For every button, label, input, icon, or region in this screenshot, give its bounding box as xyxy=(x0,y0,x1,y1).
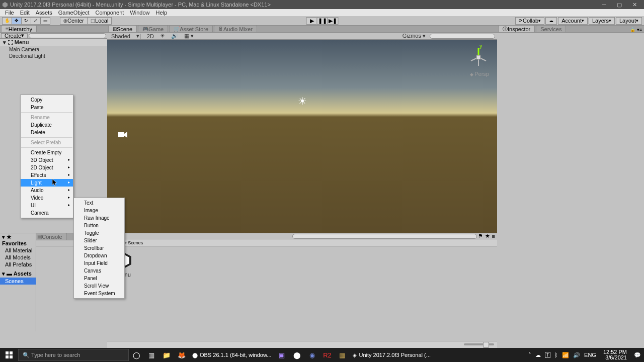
tray-volume-icon[interactable]: 🔊 xyxy=(573,352,580,358)
projection-label[interactable]: ◆ Persp xyxy=(470,71,489,77)
project-breadcrumb[interactable]: Assets > Scenes xyxy=(107,239,497,246)
step-button[interactable]: ▶❚ xyxy=(328,17,339,25)
taskbar-clock[interactable]: 12:52 PM 3/6/2021 xyxy=(600,349,630,360)
tab-inspector[interactable]: ⓘ Inspector xyxy=(498,25,535,32)
shading-dropdown[interactable]: Shaded xyxy=(109,33,132,39)
menu-assets[interactable]: Assets xyxy=(33,10,55,16)
tray-onedrive-icon[interactable]: ☁ xyxy=(535,352,541,358)
ctx-light[interactable]: Light xyxy=(21,179,73,187)
favorite-item[interactable]: All Models xyxy=(0,254,36,261)
unity-taskbar[interactable]: ◈ Unity 2017.2.0f3 Personal (... xyxy=(350,348,433,362)
ctx-paste[interactable]: Paste xyxy=(21,104,73,111)
taskbar-search[interactable]: 🔍 Type here to search xyxy=(18,349,129,361)
project-search[interactable] xyxy=(292,234,476,239)
layers-dropdown[interactable]: Layers ▾ xyxy=(589,17,615,25)
tray-chevron-icon[interactable]: ˄ xyxy=(528,352,531,358)
collab-dropdown[interactable]: ⟳ Collab ▾ xyxy=(515,17,544,25)
tray-temp-icon[interactable]: 🅃 xyxy=(545,352,550,358)
sub-button[interactable]: Button xyxy=(74,222,124,229)
orientation-gizmo[interactable]: y xyxy=(466,45,491,70)
favorites-header[interactable]: ▾ ★ Favorites xyxy=(0,233,36,247)
sub-scrollbar[interactable]: Scrollbar xyxy=(74,244,124,252)
favorite-item[interactable]: All Prefabs xyxy=(0,261,36,268)
minimize-button[interactable]: ─ xyxy=(597,0,612,9)
ctx-3d-object[interactable]: 3D Object xyxy=(21,156,73,164)
firefox-icon[interactable]: 🦊 xyxy=(174,348,189,362)
hierarchy-item[interactable]: Main Camera xyxy=(0,46,107,53)
project-filter-icon[interactable]: ⚑ xyxy=(477,233,484,239)
assets-folder-scenes[interactable]: Scenes xyxy=(0,278,36,285)
notifications-icon[interactable]: 💬 xyxy=(634,352,641,358)
fx-toggle[interactable]: ▦ ▾ xyxy=(182,33,196,39)
scene-search[interactable] xyxy=(430,34,495,39)
ctx-duplicate[interactable]: Duplicate xyxy=(21,121,73,129)
ctx-create-empty[interactable]: Create Empty xyxy=(21,149,73,156)
task-view-icon[interactable]: ▥ xyxy=(144,348,159,362)
tab-scene[interactable]: ⊞ Scene xyxy=(108,25,137,32)
sub-event-system[interactable]: Event System xyxy=(74,290,124,297)
ctx-audio[interactable]: Audio xyxy=(21,187,73,194)
hand-tool[interactable]: ✋ xyxy=(2,17,12,25)
tab-audio-mixer[interactable]: 🎚 Audio Mixer xyxy=(214,25,257,32)
cortana-icon[interactable]: ◯ xyxy=(129,348,144,362)
rotate-tool[interactable]: ↻ xyxy=(21,17,31,25)
project-grid[interactable]: Menu xyxy=(107,246,497,341)
scene-view[interactable]: ☀ y ◆ Persp xyxy=(107,40,497,233)
tray-bluetooth-icon[interactable]: ᛒ xyxy=(554,352,558,358)
hierarchy-item[interactable]: Directional Light xyxy=(0,53,107,59)
ctx-effects[interactable]: Effects xyxy=(21,171,73,179)
sub-text[interactable]: Text xyxy=(74,199,124,207)
ctx-delete[interactable]: Delete xyxy=(21,129,73,136)
maximize-button[interactable]: ▢ xyxy=(612,0,627,9)
ctx-ui[interactable]: UI xyxy=(21,202,73,209)
ctx-copy[interactable]: Copy xyxy=(21,96,73,104)
sub-input-field[interactable]: Input Field xyxy=(74,259,124,267)
menu-help[interactable]: Help xyxy=(152,10,170,16)
tab-asset-store[interactable]: 🛒 Asset Store xyxy=(169,25,213,32)
gizmos-dropdown[interactable]: Gizmos ▾ xyxy=(400,33,428,39)
close-button[interactable]: ✕ xyxy=(627,0,642,9)
project-menu-icon[interactable]: ≡ xyxy=(491,233,496,239)
move-tool[interactable]: ✥ xyxy=(12,17,22,25)
ctx-camera[interactable]: Camera xyxy=(21,209,73,217)
tray-network-icon[interactable]: 📶 xyxy=(562,352,569,358)
app-icon-3[interactable]: ▦ xyxy=(335,348,350,362)
inspector-lock-icon[interactable]: 🔒 ▾≡ xyxy=(628,27,644,32)
menu-file[interactable]: File xyxy=(2,10,17,16)
hierarchy-search[interactable] xyxy=(29,33,106,38)
ctx-2d-object[interactable]: 2D Object xyxy=(21,164,73,171)
pivot-toggle[interactable]: ◎ Center xyxy=(60,17,88,25)
menu-component[interactable]: Component xyxy=(92,10,127,16)
app-icon-2[interactable]: R2 xyxy=(319,348,335,362)
scale-tool[interactable]: ⤢ xyxy=(31,17,41,25)
layout-dropdown[interactable]: Layout ▾ xyxy=(616,17,642,25)
sub-image[interactable]: Image xyxy=(74,207,124,214)
sub-scroll-view[interactable]: Scroll View xyxy=(74,282,124,290)
project-zoom-slider[interactable] xyxy=(464,343,494,345)
tab-services[interactable]: Services xyxy=(536,25,566,32)
sub-dropdown[interactable]: Dropdown xyxy=(74,252,124,259)
tab-game[interactable]: 🎮 Game xyxy=(138,25,168,32)
favorite-item[interactable]: All Material xyxy=(0,247,36,254)
account-dropdown[interactable]: Account ▾ xyxy=(558,17,588,25)
project-star-icon[interactable]: ★ xyxy=(484,233,491,239)
sub-canvas[interactable]: Canvas xyxy=(74,267,124,275)
cloud-button[interactable]: ☁ xyxy=(545,17,557,25)
pause-button[interactable]: ❚❚ xyxy=(317,17,328,25)
scene-root[interactable]: ▾⛶ Menu xyxy=(0,39,107,46)
lighting-toggle[interactable]: ☀ xyxy=(158,33,167,39)
sub-panel[interactable]: Panel xyxy=(74,275,124,282)
audio-toggle[interactable]: 🔊 xyxy=(169,33,180,39)
start-button[interactable] xyxy=(0,348,18,362)
hierarchy-create-dropdown[interactable]: Create ▾ xyxy=(1,33,28,38)
rect-tool[interactable]: ▭ xyxy=(40,17,50,25)
explorer-icon[interactable]: 📁 xyxy=(159,348,174,362)
menu-gameobject[interactable]: GameObject xyxy=(55,10,93,16)
steam-icon[interactable]: ⬤ xyxy=(289,348,304,362)
app-icon[interactable]: ▣ xyxy=(274,348,289,362)
tray-lang[interactable]: ENG xyxy=(584,352,596,358)
menu-window[interactable]: Window xyxy=(127,10,152,16)
2d-toggle[interactable]: 2D xyxy=(145,33,156,39)
tab-hierarchy[interactable]: ≡ Hierarchy xyxy=(1,25,37,32)
space-toggle[interactable]: ⬚ Local xyxy=(87,17,112,25)
